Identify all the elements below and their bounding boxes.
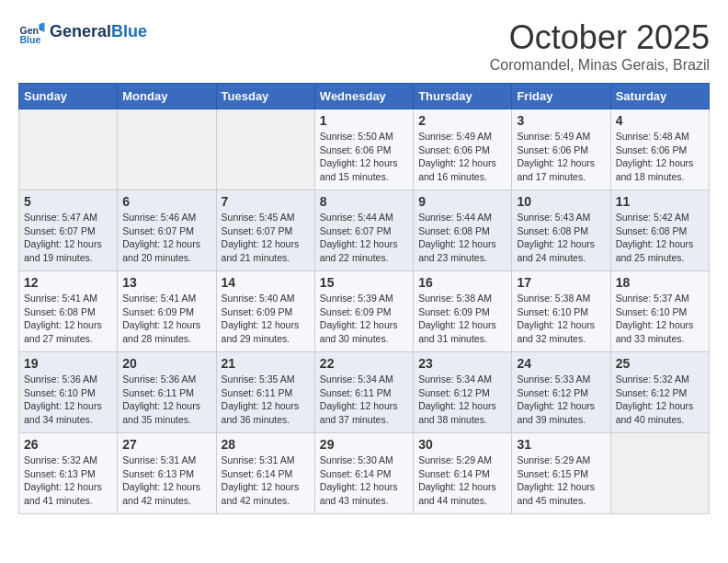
calendar-cell: 24Sunrise: 5:33 AM Sunset: 6:12 PM Dayli…: [512, 352, 610, 433]
calendar-cell: 29Sunrise: 5:30 AM Sunset: 6:14 PM Dayli…: [314, 433, 413, 514]
day-info: Sunrise: 5:40 AM Sunset: 6:09 PM Dayligh…: [222, 292, 310, 346]
day-number: 26: [24, 437, 112, 452]
calendar-week-row: 5Sunrise: 5:47 AM Sunset: 6:07 PM Daylig…: [19, 190, 710, 271]
calendar-cell: 14Sunrise: 5:40 AM Sunset: 6:09 PM Dayli…: [216, 271, 314, 352]
page-header: Gen Blue GeneralBlue October 2025 Coroma…: [18, 18, 710, 74]
weekday-header: Saturday: [610, 84, 709, 109]
day-info: Sunrise: 5:29 AM Sunset: 6:15 PM Dayligh…: [517, 454, 605, 508]
day-info: Sunrise: 5:37 AM Sunset: 6:10 PM Dayligh…: [616, 292, 704, 346]
day-info: Sunrise: 5:33 AM Sunset: 6:12 PM Dayligh…: [517, 373, 605, 427]
day-info: Sunrise: 5:39 AM Sunset: 6:09 PM Dayligh…: [320, 292, 408, 346]
day-info: Sunrise: 5:34 AM Sunset: 6:11 PM Dayligh…: [320, 373, 408, 427]
day-info: Sunrise: 5:32 AM Sunset: 6:13 PM Dayligh…: [24, 454, 112, 508]
weekday-header-row: SundayMondayTuesdayWednesdayThursdayFrid…: [19, 84, 710, 109]
calendar-cell: 28Sunrise: 5:31 AM Sunset: 6:14 PM Dayli…: [216, 433, 314, 514]
calendar-cell: 16Sunrise: 5:38 AM Sunset: 6:09 PM Dayli…: [414, 271, 512, 352]
day-info: Sunrise: 5:34 AM Sunset: 6:12 PM Dayligh…: [418, 373, 506, 427]
calendar-cell: 6Sunrise: 5:46 AM Sunset: 6:07 PM Daylig…: [118, 190, 216, 271]
calendar-cell: 7Sunrise: 5:45 AM Sunset: 6:07 PM Daylig…: [216, 190, 314, 271]
calendar-cell: 3Sunrise: 5:49 AM Sunset: 6:06 PM Daylig…: [512, 109, 610, 190]
day-number: 21: [222, 356, 310, 371]
svg-text:Blue: Blue: [20, 34, 41, 45]
calendar-week-row: 12Sunrise: 5:41 AM Sunset: 6:08 PM Dayli…: [19, 271, 710, 352]
day-number: 12: [24, 275, 112, 290]
weekday-header: Friday: [512, 84, 610, 109]
day-info: Sunrise: 5:30 AM Sunset: 6:14 PM Dayligh…: [320, 454, 408, 508]
calendar-cell: 12Sunrise: 5:41 AM Sunset: 6:08 PM Dayli…: [19, 271, 118, 352]
day-number: 1: [320, 113, 408, 128]
day-info: Sunrise: 5:38 AM Sunset: 6:10 PM Dayligh…: [517, 292, 605, 346]
calendar-week-row: 1Sunrise: 5:50 AM Sunset: 6:06 PM Daylig…: [19, 109, 710, 190]
weekday-header: Wednesday: [314, 84, 413, 109]
calendar-cell: 17Sunrise: 5:38 AM Sunset: 6:10 PM Dayli…: [512, 271, 610, 352]
calendar-week-row: 19Sunrise: 5:36 AM Sunset: 6:10 PM Dayli…: [19, 352, 710, 433]
day-info: Sunrise: 5:47 AM Sunset: 6:07 PM Dayligh…: [24, 211, 112, 265]
calendar-cell: 1Sunrise: 5:50 AM Sunset: 6:06 PM Daylig…: [314, 109, 413, 190]
calendar-cell: [610, 433, 709, 514]
day-number: 2: [418, 113, 506, 128]
calendar-cell: 9Sunrise: 5:44 AM Sunset: 6:08 PM Daylig…: [414, 190, 512, 271]
day-info: Sunrise: 5:41 AM Sunset: 6:09 PM Dayligh…: [122, 292, 210, 346]
day-info: Sunrise: 5:48 AM Sunset: 6:06 PM Dayligh…: [616, 130, 704, 184]
calendar-table: SundayMondayTuesdayWednesdayThursdayFrid…: [18, 83, 710, 514]
day-info: Sunrise: 5:46 AM Sunset: 6:07 PM Dayligh…: [122, 211, 210, 265]
day-number: 22: [320, 356, 408, 371]
day-info: Sunrise: 5:31 AM Sunset: 6:14 PM Dayligh…: [222, 454, 310, 508]
calendar-cell: [19, 109, 118, 190]
location-subtitle: Coromandel, Minas Gerais, Brazil: [490, 57, 710, 74]
day-info: Sunrise: 5:35 AM Sunset: 6:11 PM Dayligh…: [222, 373, 310, 427]
day-info: Sunrise: 5:29 AM Sunset: 6:14 PM Dayligh…: [418, 454, 506, 508]
day-number: 10: [517, 194, 605, 209]
day-number: 17: [517, 275, 605, 290]
calendar-cell: [118, 109, 216, 190]
calendar-week-row: 26Sunrise: 5:32 AM Sunset: 6:13 PM Dayli…: [19, 433, 710, 514]
day-number: 29: [320, 437, 408, 452]
day-info: Sunrise: 5:41 AM Sunset: 6:08 PM Dayligh…: [24, 292, 112, 346]
calendar-cell: 30Sunrise: 5:29 AM Sunset: 6:14 PM Dayli…: [414, 433, 512, 514]
day-number: 30: [418, 437, 506, 452]
day-info: Sunrise: 5:43 AM Sunset: 6:08 PM Dayligh…: [517, 211, 605, 265]
calendar-cell: 8Sunrise: 5:44 AM Sunset: 6:07 PM Daylig…: [314, 190, 413, 271]
day-number: 25: [616, 356, 704, 371]
calendar-cell: 20Sunrise: 5:36 AM Sunset: 6:11 PM Dayli…: [118, 352, 216, 433]
calendar-cell: [216, 109, 314, 190]
weekday-header: Sunday: [19, 84, 118, 109]
logo-line1: GeneralBlue: [50, 23, 147, 41]
day-info: Sunrise: 5:49 AM Sunset: 6:06 PM Dayligh…: [517, 130, 605, 184]
month-title: October 2025: [490, 18, 710, 57]
day-number: 9: [418, 194, 506, 209]
day-number: 19: [24, 356, 112, 371]
day-number: 3: [517, 113, 605, 128]
day-info: Sunrise: 5:45 AM Sunset: 6:07 PM Dayligh…: [222, 211, 310, 265]
logo: Gen Blue GeneralBlue: [18, 18, 147, 46]
day-info: Sunrise: 5:36 AM Sunset: 6:10 PM Dayligh…: [24, 373, 112, 427]
day-number: 8: [320, 194, 408, 209]
weekday-header: Thursday: [414, 84, 512, 109]
day-number: 7: [222, 194, 310, 209]
calendar-cell: 2Sunrise: 5:49 AM Sunset: 6:06 PM Daylig…: [414, 109, 512, 190]
day-number: 6: [122, 194, 210, 209]
day-number: 23: [418, 356, 506, 371]
day-number: 15: [320, 275, 408, 290]
day-info: Sunrise: 5:44 AM Sunset: 6:08 PM Dayligh…: [418, 211, 506, 265]
day-number: 14: [222, 275, 310, 290]
day-info: Sunrise: 5:36 AM Sunset: 6:11 PM Dayligh…: [122, 373, 210, 427]
day-number: 24: [517, 356, 605, 371]
calendar-cell: 22Sunrise: 5:34 AM Sunset: 6:11 PM Dayli…: [314, 352, 413, 433]
day-info: Sunrise: 5:32 AM Sunset: 6:12 PM Dayligh…: [616, 373, 704, 427]
day-info: Sunrise: 5:42 AM Sunset: 6:08 PM Dayligh…: [616, 211, 704, 265]
calendar-cell: 15Sunrise: 5:39 AM Sunset: 6:09 PM Dayli…: [314, 271, 413, 352]
day-number: 31: [517, 437, 605, 452]
calendar-cell: 31Sunrise: 5:29 AM Sunset: 6:15 PM Dayli…: [512, 433, 610, 514]
title-block: October 2025 Coromandel, Minas Gerais, B…: [490, 18, 710, 74]
calendar-cell: 10Sunrise: 5:43 AM Sunset: 6:08 PM Dayli…: [512, 190, 610, 271]
calendar-cell: 18Sunrise: 5:37 AM Sunset: 6:10 PM Dayli…: [610, 271, 709, 352]
calendar-cell: 26Sunrise: 5:32 AM Sunset: 6:13 PM Dayli…: [19, 433, 118, 514]
day-info: Sunrise: 5:50 AM Sunset: 6:06 PM Dayligh…: [320, 130, 408, 184]
calendar-cell: 25Sunrise: 5:32 AM Sunset: 6:12 PM Dayli…: [610, 352, 709, 433]
logo-icon: Gen Blue: [18, 18, 46, 46]
day-number: 5: [24, 194, 112, 209]
day-number: 13: [122, 275, 210, 290]
calendar-cell: 27Sunrise: 5:31 AM Sunset: 6:13 PM Dayli…: [118, 433, 216, 514]
weekday-header: Monday: [118, 84, 216, 109]
